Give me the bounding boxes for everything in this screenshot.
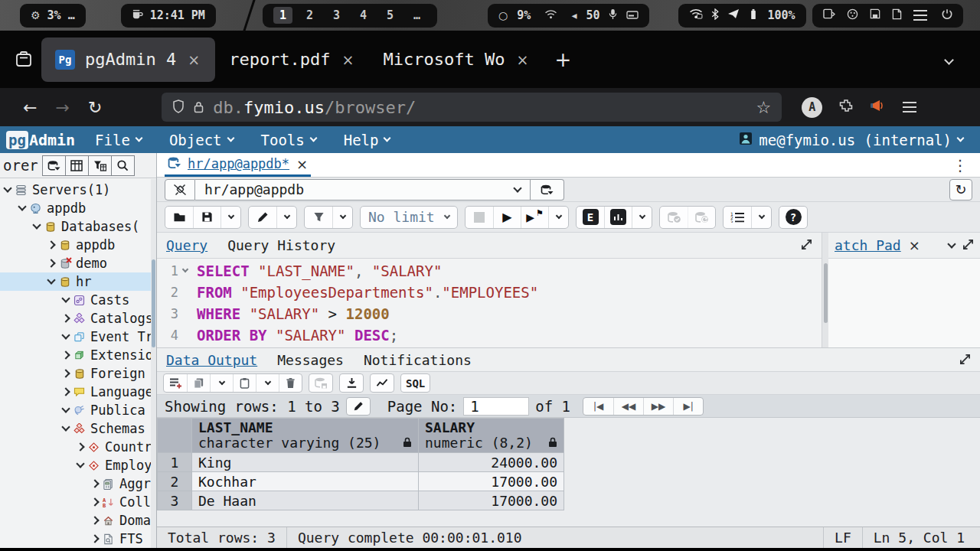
chevron-down-icon[interactable] [61,422,70,431]
tree-item-fts-c[interactable]: FTS C [0,530,156,548]
tree-item-publica[interactable]: Publica [0,401,156,419]
save-data-button[interactable] [309,374,332,392]
chevron-down-icon[interactable] [3,184,11,192]
user-menu[interactable]: me@fymio.us (internal) [739,132,963,148]
menu-tools[interactable]: Tools [261,132,316,148]
megaphone-extension-icon[interactable] [870,99,886,116]
query-tool-tab[interactable]: hr/app@appdb* × [165,153,311,177]
eol-indicator[interactable]: LF [823,527,862,548]
filter-tree-button[interactable] [88,155,112,176]
theme-icon[interactable] [847,8,858,23]
workspace-3[interactable]: 3 [327,7,346,24]
copy-button[interactable] [187,374,210,392]
tree-item-appdb[interactable]: appdb [0,236,156,254]
bookmark-star-icon[interactable]: ☆ [756,98,772,117]
delete-row-button[interactable] [279,374,302,392]
workspace-1[interactable]: 1 [273,7,292,24]
first-page-button[interactable]: |◀ [583,398,613,415]
tab-query-history[interactable]: Query History [227,237,335,253]
close-tab-icon[interactable]: × [341,51,356,68]
browser-tab-report[interactable]: report.pdf × [215,37,369,82]
connection-plug-icon[interactable] [165,179,195,201]
tree-scrollbar[interactable] [151,179,156,548]
cell-last_name[interactable]: King [192,453,419,472]
explain-button[interactable]: E [577,207,604,228]
chevron-down-icon[interactable] [47,276,55,284]
execute-button[interactable]: ▶ [493,207,521,228]
commit-button[interactable] [660,207,688,228]
rollback-button[interactable] [688,207,715,228]
column-header-last_name[interactable]: LAST_NAMEcharacter varying (25) [192,419,419,453]
chevron-down-icon[interactable] [61,404,70,412]
tab-data-output[interactable]: Data Output [166,352,257,368]
tab-query[interactable]: Query [166,237,207,253]
chevron-right-icon[interactable] [90,479,99,487]
edit-button[interactable] [249,207,276,228]
tree-scrollbar-thumb[interactable] [152,259,155,347]
chevron-right-icon[interactable] [61,387,70,396]
tree-item-extensio[interactable]: Extensio [0,346,156,364]
row-number[interactable]: 2 [158,472,192,491]
tree-item-domai[interactable]: Domai [0,511,156,530]
chevron-right-icon[interactable] [90,534,99,543]
tree-item-foreign[interactable]: Foreign [0,364,156,383]
data-grid[interactable]: LAST_NAMEcharacter varying (25)SALARYnum… [157,418,564,510]
workspace-5[interactable]: 5 [381,7,400,24]
cell-last_name[interactable]: Kochhar [192,472,419,491]
chevron-down-icon[interactable] [32,220,41,229]
macros-button[interactable]: 123 [724,207,751,228]
download-button[interactable] [340,374,363,392]
chevron-right-icon[interactable] [61,369,70,377]
chevron-down-icon[interactable] [61,331,70,339]
table-view-button[interactable] [65,155,89,176]
tree-item-colla[interactable]: ABColla [0,493,156,511]
fold-chevron-icon[interactable] [178,270,192,272]
chevron-right-icon[interactable] [76,442,84,451]
chevron-right-icon[interactable] [90,497,99,506]
status-indicators[interactable]: ○ 9% ◂ 50 [488,4,649,28]
menu-file[interactable]: File [95,132,142,148]
chevron-down-icon[interactable] [76,459,84,468]
explain-analyze-button[interactable] [604,207,632,228]
forward-button[interactable]: → [46,98,78,117]
cpu-indicator[interactable]: ⚙ 3% … [20,4,86,28]
chevron-down-icon[interactable] [18,202,26,210]
back-button[interactable]: ← [14,98,46,117]
add-row-button[interactable] [164,374,187,392]
tree-item-catalogs[interactable]: Catalogs [0,309,156,328]
table-row[interactable]: 3De Haan17000.00 [158,491,564,510]
close-tab-icon[interactable]: × [186,51,201,68]
table-row[interactable]: 2Kochhar17000.00 [158,472,564,491]
menu-object[interactable]: Object [169,132,234,148]
cell-last_name[interactable]: De Haan [192,491,419,510]
tree-item-demo[interactable]: demo [0,254,156,272]
sql-line-2[interactable]: 2FROM "EmployeesDepartments"."EMPLOYEES" [157,282,822,303]
clock-indicator[interactable]: 12:41 PM [121,4,216,28]
paste-chevron-icon[interactable] [256,374,279,392]
search-icon[interactable] [111,155,135,176]
new-tab-button[interactable]: + [544,48,582,71]
chevron-right-icon[interactable] [61,350,70,359]
tree-item-countr[interactable]: Countr [0,438,156,456]
sql-editor[interactable]: 1SELECT "LAST_NAME", "SALARY"2FROM "Empl… [157,259,822,347]
tab-overview-icon[interactable] [9,45,38,74]
browser-menu-icon[interactable] [903,106,916,108]
tree-item-appdb[interactable]: appdb [0,199,156,217]
row-number[interactable]: 3 [158,491,192,510]
connectivity-indicators[interactable]: 100% [678,4,805,28]
menu-icon[interactable] [913,15,927,16]
paste-button[interactable] [233,374,256,392]
explain-options-chevron-icon[interactable] [632,207,652,228]
tree-item-aggre[interactable]: Aggre [0,474,156,493]
tree-item-event-tr[interactable]: Event Tr [0,328,156,346]
tree-item-schemas[interactable]: Schemas [0,419,156,438]
scratch-pad-body[interactable] [828,259,980,347]
sql-line-1[interactable]: 1SELECT "LAST_NAME", "SALARY" [157,260,822,282]
tree-item-hr[interactable]: hr [0,272,156,291]
close-tab-icon[interactable]: × [514,51,530,68]
close-icon[interactable]: × [296,156,308,172]
prev-page-button[interactable]: ◀◀ [613,398,643,415]
chevron-right-icon[interactable] [47,259,55,267]
cell-salary[interactable]: 24000.00 [419,453,564,472]
macros-chevron-icon[interactable] [751,207,771,228]
